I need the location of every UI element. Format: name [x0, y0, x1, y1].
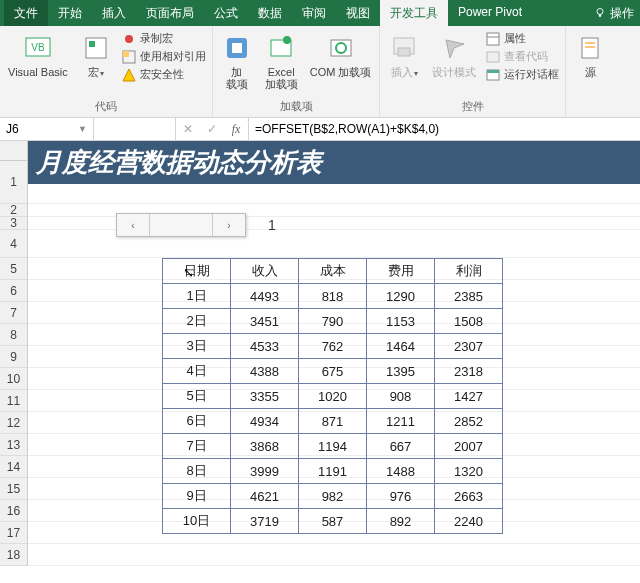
- table-cell[interactable]: 4533: [231, 334, 299, 359]
- com-addins-button[interactable]: COM 加载项: [306, 30, 376, 80]
- row-header[interactable]: 13: [0, 434, 28, 456]
- data-table[interactable]: 日期收入成本费用利润 1日4493818129023852日3451790115…: [162, 258, 503, 534]
- row-header[interactable]: 9: [0, 346, 28, 368]
- table-cell[interactable]: 10日: [163, 509, 231, 534]
- row-header[interactable]: 4: [0, 230, 28, 258]
- table-cell[interactable]: 976: [367, 484, 435, 509]
- spin-control[interactable]: ‹ ›: [116, 213, 246, 237]
- table-header-cell[interactable]: 收入: [231, 259, 299, 284]
- table-cell[interactable]: 790: [299, 309, 367, 334]
- table-cell[interactable]: 982: [299, 484, 367, 509]
- tab-review[interactable]: 审阅: [292, 0, 336, 26]
- table-cell[interactable]: 4日: [163, 359, 231, 384]
- table-cell[interactable]: 1508: [435, 309, 503, 334]
- table-row[interactable]: 9日46219829762663: [163, 484, 503, 509]
- row-header[interactable]: 15: [0, 478, 28, 500]
- formula-input-wrap[interactable]: [249, 118, 640, 140]
- table-row[interactable]: 6日493487112112852: [163, 409, 503, 434]
- table-cell[interactable]: 892: [367, 509, 435, 534]
- table-cell[interactable]: 3日: [163, 334, 231, 359]
- row-header[interactable]: 17: [0, 522, 28, 544]
- view-code-button[interactable]: 查看代码: [484, 48, 561, 65]
- table-header-cell[interactable]: 成本: [299, 259, 367, 284]
- table-cell[interactable]: 4934: [231, 409, 299, 434]
- accept-formula-button[interactable]: ✓: [200, 122, 224, 136]
- visual-basic-button[interactable]: VB Visual Basic: [4, 30, 72, 80]
- tab-home[interactable]: 开始: [48, 0, 92, 26]
- table-cell[interactable]: 1211: [367, 409, 435, 434]
- table-cell[interactable]: 1020: [299, 384, 367, 409]
- table-row[interactable]: 5日335510209081427: [163, 384, 503, 409]
- table-cell[interactable]: 8日: [163, 459, 231, 484]
- tab-view[interactable]: 视图: [336, 0, 380, 26]
- select-all-corner[interactable]: [0, 141, 28, 160]
- spin-down-button[interactable]: ‹: [117, 214, 149, 236]
- table-cell[interactable]: 2663: [435, 484, 503, 509]
- row-header[interactable]: 11: [0, 390, 28, 412]
- cancel-formula-button[interactable]: ✕: [176, 122, 200, 136]
- design-mode-button[interactable]: 设计模式: [428, 30, 480, 80]
- macros-button[interactable]: 宏▾: [76, 30, 116, 81]
- tab-developer[interactable]: 开发工具: [380, 0, 448, 26]
- table-cell[interactable]: 667: [367, 434, 435, 459]
- table-cell[interactable]: 1290: [367, 284, 435, 309]
- use-relative-button[interactable]: 使用相对引用: [120, 48, 208, 65]
- table-cell[interactable]: 9日: [163, 484, 231, 509]
- table-cell[interactable]: 3451: [231, 309, 299, 334]
- table-cell[interactable]: 3868: [231, 434, 299, 459]
- table-cell[interactable]: 2852: [435, 409, 503, 434]
- table-cell[interactable]: 1191: [299, 459, 367, 484]
- table-cell[interactable]: 4493: [231, 284, 299, 309]
- tab-tell-me[interactable]: 操作: [584, 0, 640, 26]
- table-cell[interactable]: 1395: [367, 359, 435, 384]
- tab-formulas[interactable]: 公式: [204, 0, 248, 26]
- table-row[interactable]: 8日3999119114881320: [163, 459, 503, 484]
- insert-control-button[interactable]: 插入▾: [384, 30, 424, 81]
- tab-page-layout[interactable]: 页面布局: [136, 0, 204, 26]
- row-header[interactable]: 14: [0, 456, 28, 478]
- tab-insert[interactable]: 插入: [92, 0, 136, 26]
- table-cell[interactable]: 871: [299, 409, 367, 434]
- tab-power-pivot[interactable]: Power Pivot: [448, 0, 532, 26]
- run-dialog-button[interactable]: 运行对话框: [484, 66, 561, 83]
- table-row[interactable]: 10日37195878922240: [163, 509, 503, 534]
- macro-security-button[interactable]: 宏安全性: [120, 66, 208, 83]
- table-cell[interactable]: 587: [299, 509, 367, 534]
- table-cell[interactable]: 1194: [299, 434, 367, 459]
- name-box-input[interactable]: [6, 122, 74, 136]
- formula-input[interactable]: [255, 122, 634, 136]
- spreadsheet-grid[interactable]: GHJKLMNOP 123456789101112131415161718 月度…: [0, 141, 640, 566]
- table-header-cell[interactable]: 利润: [435, 259, 503, 284]
- table-cell[interactable]: 1153: [367, 309, 435, 334]
- table-cell[interactable]: 3355: [231, 384, 299, 409]
- table-cell[interactable]: 3719: [231, 509, 299, 534]
- table-cell[interactable]: 5日: [163, 384, 231, 409]
- table-row[interactable]: 3日453376214642307: [163, 334, 503, 359]
- row-header[interactable]: 6: [0, 280, 28, 302]
- table-cell[interactable]: 4621: [231, 484, 299, 509]
- row-header[interactable]: 16: [0, 500, 28, 522]
- table-cell[interactable]: 1464: [367, 334, 435, 359]
- record-macro-button[interactable]: 录制宏: [120, 30, 208, 47]
- fx-button[interactable]: fx: [224, 122, 248, 137]
- row-header[interactable]: 5: [0, 258, 28, 280]
- table-cell[interactable]: 1320: [435, 459, 503, 484]
- table-cell[interactable]: 1488: [367, 459, 435, 484]
- table-row[interactable]: 7日386811946672007: [163, 434, 503, 459]
- addins-button[interactable]: 加 载项: [217, 30, 257, 92]
- row-header[interactable]: 3: [0, 217, 28, 230]
- table-cell[interactable]: 1日: [163, 284, 231, 309]
- row-header[interactable]: 10: [0, 368, 28, 390]
- table-header-cell[interactable]: 日期: [163, 259, 231, 284]
- source-button[interactable]: 源: [570, 30, 610, 80]
- table-cell[interactable]: 2日: [163, 309, 231, 334]
- table-cell[interactable]: 675: [299, 359, 367, 384]
- table-cell[interactable]: 1427: [435, 384, 503, 409]
- table-cell[interactable]: 908: [367, 384, 435, 409]
- table-cell[interactable]: 762: [299, 334, 367, 359]
- table-cell[interactable]: 6日: [163, 409, 231, 434]
- table-cell[interactable]: 818: [299, 284, 367, 309]
- table-cell[interactable]: 2318: [435, 359, 503, 384]
- table-cell[interactable]: 2385: [435, 284, 503, 309]
- row-header[interactable]: 7: [0, 302, 28, 324]
